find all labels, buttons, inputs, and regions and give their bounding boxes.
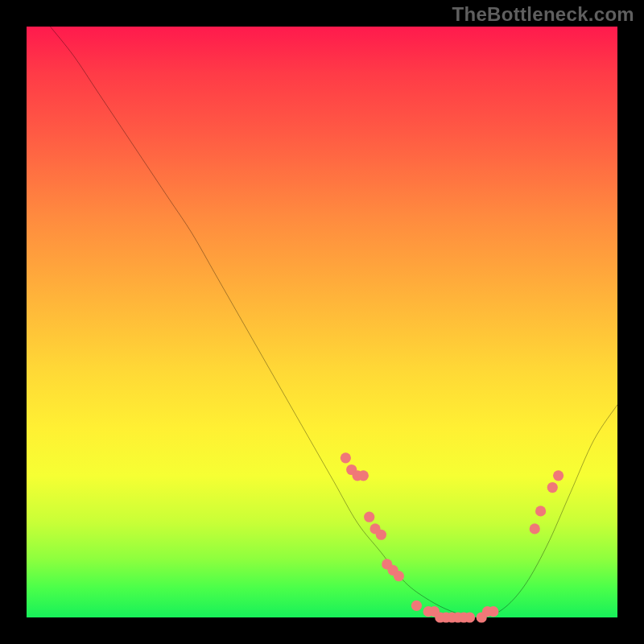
curve-marker <box>553 470 564 481</box>
curve-marker <box>535 506 546 516</box>
curve-marker <box>411 601 422 611</box>
curve-markers <box>341 452 564 622</box>
plot-area <box>27 27 617 617</box>
curve-marker <box>488 606 498 617</box>
curve-marker <box>341 452 351 463</box>
bottleneck-curve-svg <box>27 27 617 617</box>
curve-marker <box>464 612 475 622</box>
curve-marker <box>364 512 374 522</box>
watermark-text: TheBottleneck.com <box>452 3 634 26</box>
curve-marker <box>394 571 404 581</box>
curve-marker <box>358 470 369 481</box>
curve-marker <box>376 530 386 540</box>
chart-frame: TheBottleneck.com <box>0 0 644 644</box>
curve-marker <box>547 482 558 493</box>
curve-marker <box>530 523 540 534</box>
